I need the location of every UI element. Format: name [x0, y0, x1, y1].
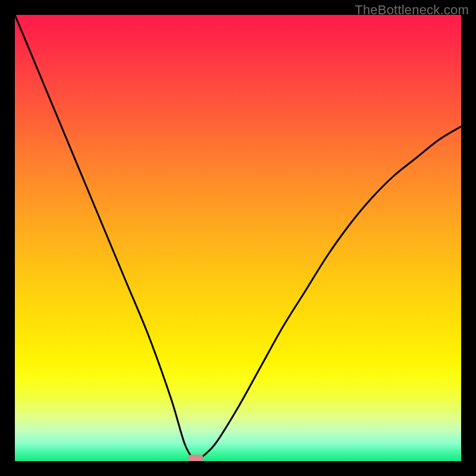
- watermark-text: TheBottleneck.com: [355, 2, 469, 18]
- chart-frame: TheBottleneck.com: [0, 0, 476, 476]
- bottleneck-curve: [15, 15, 461, 461]
- minimum-marker: [188, 455, 203, 461]
- plot-area: [15, 15, 461, 461]
